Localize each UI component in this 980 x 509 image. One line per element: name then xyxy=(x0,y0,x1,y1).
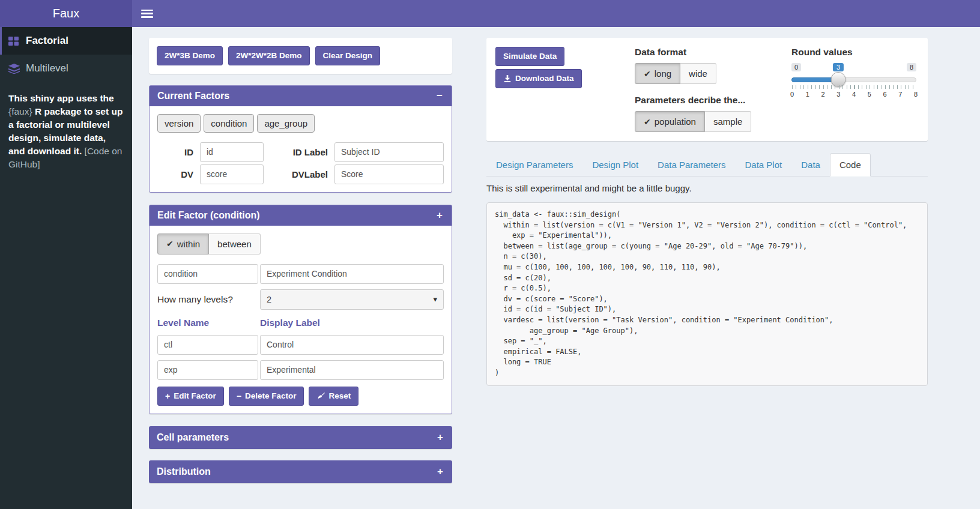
tab-design-parameters[interactable]: Design Parameters xyxy=(486,153,582,176)
factor-tag-version[interactable]: version xyxy=(157,114,201,133)
demo-2w3b-button[interactable]: 2W*3B Demo xyxy=(157,46,223,65)
display-label-header: Display Label xyxy=(260,315,444,330)
factor-tag-age-group[interactable]: age_group xyxy=(257,114,315,133)
tab-data[interactable]: Data xyxy=(791,153,830,176)
panel-title: Distribution xyxy=(157,466,211,477)
id-display-field[interactable] xyxy=(334,142,444,162)
factor-display-field[interactable] xyxy=(260,264,444,284)
faux-package-link[interactable]: {faux} xyxy=(8,106,32,116)
description-text: This shiny app uses the xyxy=(8,93,114,103)
factor-actions: + Edit Factor − Delete Factor xyxy=(157,387,444,406)
reset-button[interactable]: Reset xyxy=(309,387,358,406)
main-content: 2W*3B Demo 2W*2W*2B Demo Clear Design Cu… xyxy=(132,27,980,509)
id-label: ID xyxy=(157,147,193,157)
clear-design-button[interactable]: Clear Design xyxy=(315,46,381,65)
panel-title: Edit Factor (condition) xyxy=(157,210,260,221)
tab-code[interactable]: Code xyxy=(830,153,871,176)
data-format-label: Data format xyxy=(635,47,784,58)
level-label-field[interactable] xyxy=(260,360,444,380)
sidebar: Factorial Multilevel This shiny app uses… xyxy=(0,27,132,509)
edit-factor-header[interactable]: Edit Factor (condition) + xyxy=(150,205,452,226)
download-icon xyxy=(503,74,512,83)
round-values-section: Round values 0 8 3 0 1 2 3 xyxy=(791,47,919,132)
factor-tag-condition[interactable]: condition xyxy=(204,114,254,133)
tab-data-parameters[interactable]: Data Parameters xyxy=(648,153,735,176)
between-option[interactable]: between xyxy=(209,233,261,254)
level-name-field[interactable] xyxy=(157,335,258,355)
dv-display-label: DVLabel xyxy=(270,169,328,179)
id-display-label: ID Label xyxy=(270,147,328,157)
sample-option[interactable]: sample xyxy=(705,111,751,132)
within-option[interactable]: ✔ within xyxy=(157,233,209,254)
r-code-block: sim_data <- faux::sim_design( within = l… xyxy=(486,202,928,386)
round-values-label: Round values xyxy=(791,47,916,58)
collapse-plus-icon[interactable]: + xyxy=(435,211,444,220)
collapse-plus-icon[interactable]: + xyxy=(436,468,444,476)
format-section: Data format ✔ long wide Parameters decri… xyxy=(635,47,784,132)
population-option[interactable]: ✔ population xyxy=(635,111,705,132)
edit-factor-body: ✔ within between How many levels? xyxy=(150,226,452,414)
data-format-toggle: ✔ long wide xyxy=(635,63,716,84)
grid-icon xyxy=(8,36,20,46)
layers-icon xyxy=(8,64,20,74)
id-dv-form: ID ID Label DV DVLabel xyxy=(157,142,444,184)
sidebar-item-multilevel[interactable]: Multilevel xyxy=(0,55,132,82)
check-icon: ✔ xyxy=(644,117,651,127)
sidebar-item-label: Factorial xyxy=(26,35,68,47)
slider-max-label: 8 xyxy=(907,63,916,71)
edit-factor-panel: Edit Factor (condition) + ✔ within betwe… xyxy=(149,205,452,414)
app-logo[interactable]: Faux xyxy=(0,0,132,27)
round-values-slider[interactable]: 0 8 3 0 1 2 3 4 5 xyxy=(791,63,916,101)
dv-field[interactable] xyxy=(200,164,264,184)
cell-parameters-panel[interactable]: Cell parameters + xyxy=(149,426,452,449)
factor-form: How many levels? 2 ▾ Level Name Display … xyxy=(157,264,444,380)
id-field[interactable] xyxy=(200,142,264,162)
levels-question-label: How many levels? xyxy=(157,294,258,305)
parameters-describe-label: Parameters decribe the... xyxy=(635,95,784,106)
simulate-data-button[interactable]: Simulate Data xyxy=(495,47,564,66)
dv-label: DV xyxy=(157,169,193,179)
slider-min-label: 0 xyxy=(791,63,801,71)
output-column: Simulate Data Download Data Data format xyxy=(477,38,937,509)
delete-factor-button[interactable]: − Delete Factor xyxy=(229,387,304,406)
wide-option[interactable]: wide xyxy=(680,63,716,84)
level-name-field[interactable] xyxy=(157,360,258,380)
panel-title: Cell parameters xyxy=(157,432,229,443)
design-column: 2W*3B Demo 2W*2W*2B Demo Clear Design Cu… xyxy=(149,38,452,509)
simulate-buttons: Simulate Data Download Data xyxy=(495,47,635,132)
factor-name-field[interactable] xyxy=(157,264,258,284)
output-tabs: Design Parameters Design Plot Data Param… xyxy=(486,153,928,176)
factor-tags: version condition age_group xyxy=(157,114,444,133)
level-name-header: Level Name xyxy=(157,315,258,330)
minus-icon: − xyxy=(237,393,241,399)
experimental-note: This is still experimental and might be … xyxy=(486,183,928,193)
slider-ticks xyxy=(792,85,916,89)
demo-buttons-card: 2W*3B Demo 2W*2W*2B Demo Clear Design xyxy=(149,38,452,74)
levels-select[interactable]: 2 ▾ xyxy=(260,289,444,310)
parameters-toggle: ✔ population sample xyxy=(635,111,751,132)
current-factors-header[interactable]: Current Factors − xyxy=(150,86,452,106)
navbar xyxy=(132,0,980,27)
dv-display-field[interactable] xyxy=(334,164,444,184)
level-label-field[interactable] xyxy=(260,335,444,355)
sidebar-description: This shiny app uses the {faux} R package… xyxy=(0,82,132,181)
sidebar-item-label: Multilevel xyxy=(26,62,68,74)
collapse-plus-icon[interactable]: + xyxy=(436,433,444,442)
within-between-toggle: ✔ within between xyxy=(157,233,444,254)
hamburger-icon[interactable] xyxy=(141,10,153,18)
caret-down-icon: ▾ xyxy=(433,295,437,304)
panel-title: Current Factors xyxy=(157,91,229,101)
demo-2w2w2b-button[interactable]: 2W*2W*2B Demo xyxy=(228,46,310,65)
current-factors-panel: Current Factors − version condition age_… xyxy=(149,85,452,193)
collapse-minus-icon[interactable]: − xyxy=(435,92,444,100)
tab-data-plot[interactable]: Data Plot xyxy=(736,153,792,176)
download-data-button[interactable]: Download Data xyxy=(495,69,582,88)
sidebar-item-factorial[interactable]: Factorial xyxy=(0,27,132,55)
tab-design-plot[interactable]: Design Plot xyxy=(582,153,648,176)
app-window: Faux Factorial xyxy=(0,0,980,509)
brush-icon xyxy=(316,392,325,400)
long-option[interactable]: ✔ long xyxy=(635,63,680,84)
edit-factor-button[interactable]: + Edit Factor xyxy=(157,387,224,406)
distribution-panel[interactable]: Distribution + xyxy=(149,460,452,483)
plus-icon: + xyxy=(165,393,170,399)
